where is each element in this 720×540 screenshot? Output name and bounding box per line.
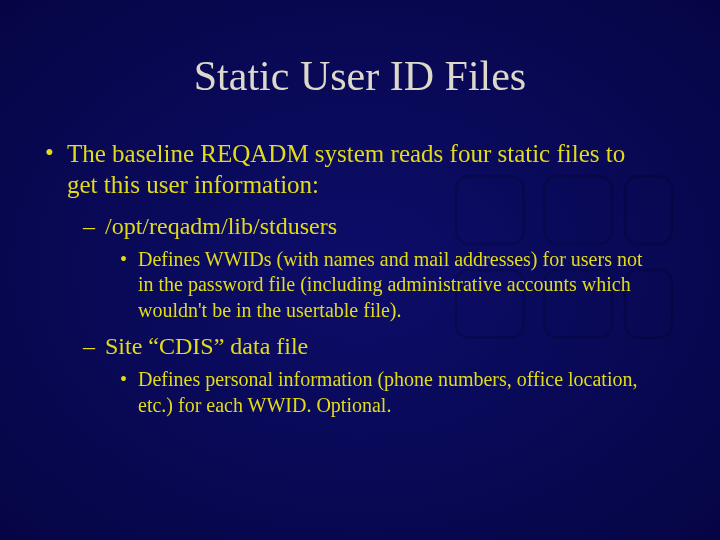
bullet-marker: •: [120, 247, 138, 324]
slide: Static User ID Files • The baseline REQA…: [0, 0, 720, 540]
bullet-text: The baseline REQADM system reads four st…: [67, 138, 660, 201]
slide-content: • The baseline REQADM system reads four …: [0, 138, 720, 418]
bullet-item: • Defines personal information (phone nu…: [120, 367, 660, 418]
bullet-item: – /opt/reqadm/lib/stdusers: [83, 211, 660, 241]
bullet-text: Defines personal information (phone numb…: [138, 367, 660, 418]
bullet-item: • The baseline REQADM system reads four …: [45, 138, 660, 201]
bullet-text: Defines WWIDs (with names and mail addre…: [138, 247, 660, 324]
bullet-marker: –: [83, 331, 105, 361]
bullet-text: /opt/reqadm/lib/stdusers: [105, 211, 337, 241]
bullet-text: Site “CDIS” data file: [105, 331, 308, 361]
bullet-marker: •: [120, 367, 138, 418]
slide-title: Static User ID Files: [0, 0, 720, 138]
bullet-item: – Site “CDIS” data file: [83, 331, 660, 361]
bullet-marker: •: [45, 138, 67, 201]
bullet-marker: –: [83, 211, 105, 241]
bullet-item: • Defines WWIDs (with names and mail add…: [120, 247, 660, 324]
